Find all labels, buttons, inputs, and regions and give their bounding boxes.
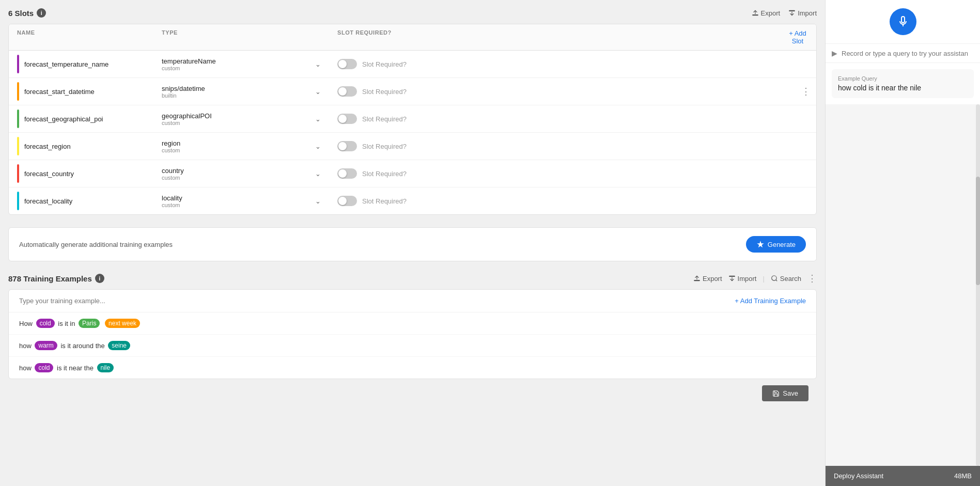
list-item: how warm is it around the seine: [9, 335, 816, 357]
slot-menu-cell: [796, 60, 816, 68]
type-chevron-button[interactable]: ⌄: [315, 197, 321, 205]
slot-color-bar: [17, 164, 19, 183]
slot-menu-cell: ⋮: [796, 83, 816, 100]
tag-seine: seine: [108, 341, 130, 350]
slot-required-label: Slot Required?: [362, 60, 407, 68]
example-query-card: Example Query how cold is it near the ni…: [832, 69, 974, 98]
scrollbar-thumb[interactable]: [976, 177, 980, 285]
deploy-label: Deploy Assistant: [834, 472, 883, 480]
tag-next-week: next week: [105, 319, 140, 328]
tag-nile: nile: [97, 363, 114, 372]
add-training-example-button[interactable]: + Add Training Example: [735, 297, 806, 305]
type-sub: custom: [162, 65, 216, 71]
slot-required-toggle[interactable]: [337, 168, 357, 179]
type-chevron-button[interactable]: ⌄: [315, 115, 321, 123]
save-button[interactable]: Save: [762, 385, 808, 401]
slots-info-icon[interactable]: i: [37, 8, 46, 18]
slot-type-inner: country custom: [162, 167, 184, 181]
type-chevron-button[interactable]: ⌄: [315, 60, 321, 68]
slot-required-label: Slot Required?: [362, 115, 407, 123]
example-text: how: [19, 342, 33, 350]
slot-required-label: Slot Required?: [362, 143, 407, 150]
slot-name-cell: forecast_region: [9, 133, 153, 160]
slot-name: forecast_region: [24, 143, 71, 150]
slot-required-toggle[interactable]: [337, 141, 357, 151]
slot-required-toggle[interactable]: [337, 196, 357, 206]
slot-type-inner: locality custom: [162, 194, 182, 208]
slot-name-cell: forecast_locality: [9, 187, 153, 214]
type-name: snips/datetime: [162, 85, 205, 92]
scrollbar[interactable]: [976, 104, 980, 466]
svg-point-4: [772, 276, 776, 280]
slot-required-label: Slot Required?: [362, 170, 407, 178]
deploy-size: 48MB: [954, 472, 972, 480]
slot-color-bar: [17, 82, 19, 101]
add-slot-button[interactable]: + Add Slot: [787, 29, 808, 45]
type-sub: custom: [162, 147, 180, 153]
svg-rect-3: [729, 276, 735, 276]
training-export-button[interactable]: Export: [693, 275, 722, 283]
slot-color-bar: [17, 109, 19, 128]
type-name: country: [162, 167, 184, 175]
training-info-icon[interactable]: i: [95, 274, 104, 283]
footer: Save: [8, 379, 817, 407]
slot-type-cell: country custom ⌄: [153, 163, 329, 185]
slot-name: forecast_temperature_name: [24, 60, 108, 68]
separator: |: [763, 275, 764, 283]
type-sub: custom: [162, 120, 212, 126]
type-chevron-button[interactable]: ⌄: [315, 88, 321, 96]
type-name: temperatureName: [162, 57, 216, 65]
training-import-button[interactable]: Import: [728, 275, 757, 283]
slot-required-toggle[interactable]: [337, 114, 357, 124]
slot-required-cell: Slot Required?: [329, 55, 796, 73]
slot-required-cell: Slot Required?: [329, 82, 796, 101]
slot-name-cell: forecast_temperature_name: [9, 51, 153, 77]
export-button[interactable]: Export: [752, 9, 781, 17]
import-button[interactable]: Import: [788, 9, 817, 17]
training-title: 878 Training Examples i: [8, 274, 104, 283]
type-chevron-button[interactable]: ⌄: [315, 170, 321, 178]
training-search-button[interactable]: Search: [771, 275, 801, 283]
slot-type-inner: temperatureName custom: [162, 57, 216, 71]
svg-rect-1: [789, 10, 795, 11]
slot-required-label: Slot Required?: [362, 197, 407, 205]
type-sub: builtin: [162, 92, 205, 99]
generate-section: Automatically generate additional traini…: [8, 227, 817, 261]
example-text: How: [19, 320, 35, 327]
slot-name: forecast_geographical_poi: [24, 115, 103, 123]
training-actions: Export Import | Search ⋮: [693, 274, 817, 283]
training-more-menu-button[interactable]: ⋮: [807, 274, 817, 283]
scrollbar-area: [826, 104, 980, 466]
tag-cold-3: cold: [35, 363, 53, 372]
header-actions: Export Import: [752, 9, 817, 17]
col-name: NAME: [17, 29, 162, 45]
table-row: forecast_temperature_name temperatureNam…: [9, 51, 816, 78]
slot-required-toggle[interactable]: [337, 86, 357, 97]
deploy-bar[interactable]: Deploy Assistant 48MB: [826, 466, 980, 486]
slot-menu-cell: [796, 115, 816, 123]
type-sub: custom: [162, 202, 182, 208]
example-text: [101, 320, 103, 327]
slots-header: 6 Slots i Export Import: [8, 8, 817, 18]
right-panel-top: [826, 0, 980, 44]
example-text: is it near the: [55, 364, 95, 372]
tag-cold-1: cold: [36, 319, 55, 328]
tag-paris: Paris: [79, 319, 100, 328]
microphone-button[interactable]: [890, 8, 916, 35]
type-chevron-button[interactable]: ⌄: [315, 143, 321, 150]
generate-button[interactable]: Generate: [746, 236, 806, 253]
table-row: forecast_locality locality custom ⌄ Slot…: [9, 187, 816, 214]
training-header: 878 Training Examples i Export Import | …: [8, 274, 817, 283]
training-example-input[interactable]: [19, 297, 735, 305]
slot-required-toggle[interactable]: [337, 59, 357, 69]
slot-name-cell: forecast_country: [9, 160, 153, 187]
slot-type-cell: region custom ⌄: [153, 135, 329, 158]
query-input[interactable]: [842, 50, 974, 57]
svg-rect-0: [752, 15, 758, 15]
slots-title: 6 Slots i: [8, 8, 46, 18]
slot-color-bar: [17, 55, 19, 73]
slots-table: NAME TYPE SLOT REQUIRED? + Add Slot fore…: [8, 24, 817, 215]
row-menu-button[interactable]: ⋮: [801, 87, 811, 96]
table-row: forecast_region region custom ⌄ Slot Req…: [9, 133, 816, 160]
main-content: 6 Slots i Export Import NAME TYPE SLOT R…: [0, 0, 825, 486]
